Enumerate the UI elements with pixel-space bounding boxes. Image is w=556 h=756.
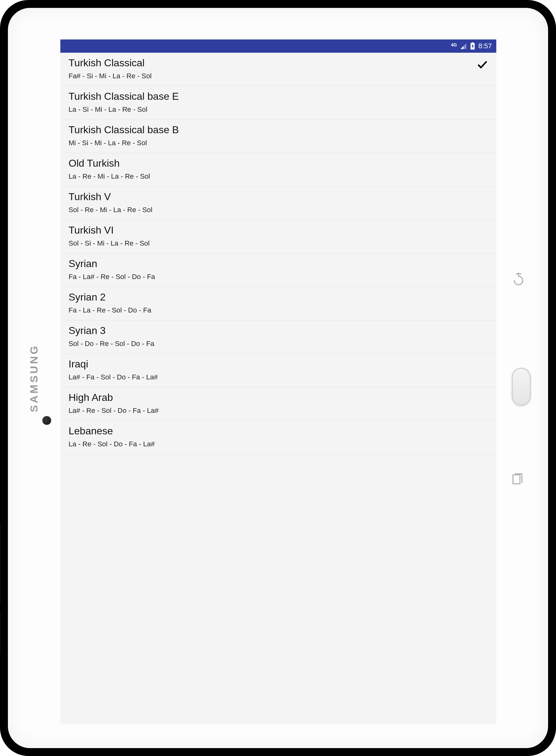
svg-rect-0: [513, 475, 520, 484]
list-item[interactable]: SyrianFa - La# - Re - Sol - Do - Fa: [60, 254, 496, 287]
list-item[interactable]: Turkish Classical base ELa - Si - Mi - L…: [60, 86, 496, 120]
list-item[interactable]: LebaneseLa - Re - Sol - Do - Fa - La#: [60, 421, 496, 454]
list-item-subtitle: La - Si - Mi - La - Re - Sol: [69, 105, 179, 114]
svg-rect-2: [472, 42, 473, 43]
hardware-back-button[interactable]: [510, 270, 525, 286]
list-item-subtitle: Fa - La# - Re - Sol - Do - Fa: [69, 273, 155, 281]
list-item-title: Turkish VI: [69, 224, 150, 236]
list-item-title: Old Turkish: [69, 157, 150, 169]
tablet-frame: SAMSUNG 4G: [0, 0, 556, 756]
list-item-title: Syrian: [69, 258, 155, 270]
list-item[interactable]: Turkish VSol - Re - Mi - La - Re - Sol: [60, 187, 496, 220]
checkmark-icon: [477, 59, 488, 72]
list-item[interactable]: Turkish ClassicalFa# - Si - Mi - La - Re…: [60, 53, 496, 86]
hardware-power: [0, 612, 1, 653]
list-item-title: Syrian 2: [69, 291, 151, 303]
cellular-signal-icon: [460, 43, 467, 49]
list-item[interactable]: Old TurkishLa - Re - Mi - La - Re - Sol: [60, 153, 496, 187]
list-item-title: Lebanese: [69, 425, 155, 437]
brand-logo: SAMSUNG: [28, 344, 40, 412]
list-item-title: Turkish Classical base B: [69, 124, 179, 136]
list-item-subtitle: La# - Fa - Sol - Do - Fa - La#: [69, 373, 158, 381]
list-item-subtitle: Sol - Do - Re - Sol - Do - Fa: [69, 340, 154, 348]
list-item-subtitle: La - Re - Mi - La - Re - Sol: [69, 172, 150, 181]
recent-apps-icon: [512, 473, 523, 486]
front-camera: [42, 416, 51, 425]
hardware-volume: [0, 524, 1, 603]
back-icon: [511, 271, 524, 286]
list-item-subtitle: La - Re - Sol - Do - Fa - La#: [69, 440, 155, 448]
list-item-subtitle: Fa - La - Re - Sol - Do - Fa: [69, 306, 151, 314]
list-item-subtitle: Sol - Si - Mi - La - Re - Sol: [69, 239, 150, 248]
list-item-title: Turkish V: [69, 191, 152, 203]
list-item[interactable]: IraqiLa# - Fa - Sol - Do - Fa - La#: [60, 354, 496, 387]
list-item-subtitle: Mi - Si - Mi - La - Re - Sol: [69, 139, 179, 147]
clock: 8:57: [478, 42, 492, 50]
list-item-subtitle: La# - Re - Sol - Do - Fa - La#: [69, 407, 159, 415]
list-item-title: Iraqi: [69, 358, 158, 370]
list-item[interactable]: Syrian 3Sol - Do - Re - Sol - Do - Fa: [60, 320, 496, 354]
list-item[interactable]: High ArabLa# - Re - Sol - Do - Fa - La#: [60, 387, 496, 421]
hardware-recent-button[interactable]: [510, 472, 525, 488]
list-item[interactable]: Turkish Classical base BMi - Si - Mi - L…: [60, 120, 496, 153]
battery-charging-icon: [470, 42, 475, 50]
screen: 4G 8:57 Turkish ClassicalFa# - Si - Mi -…: [60, 39, 496, 724]
list-item-title: Turkish Classical: [69, 57, 152, 69]
list-item-subtitle: Fa# - Si - Mi - La - Re - Sol: [69, 72, 152, 80]
list-item-title: Syrian 3: [69, 325, 154, 337]
list-item[interactable]: Turkish VISol - Si - Mi - La - Re - Sol: [60, 220, 496, 254]
list-item-title: Turkish Classical base E: [69, 90, 179, 102]
status-bar: 4G 8:57: [60, 39, 496, 53]
list-item-subtitle: Sol - Re - Mi - La - Re - Sol: [69, 206, 152, 214]
list-item[interactable]: Syrian 2Fa - La - Re - Sol - Do - Fa: [60, 287, 496, 320]
list-item-title: High Arab: [69, 392, 159, 404]
network-type-label: 4G: [451, 43, 457, 47]
tuning-list[interactable]: Turkish ClassicalFa# - Si - Mi - La - Re…: [60, 53, 496, 454]
hardware-home-button[interactable]: [512, 368, 531, 406]
